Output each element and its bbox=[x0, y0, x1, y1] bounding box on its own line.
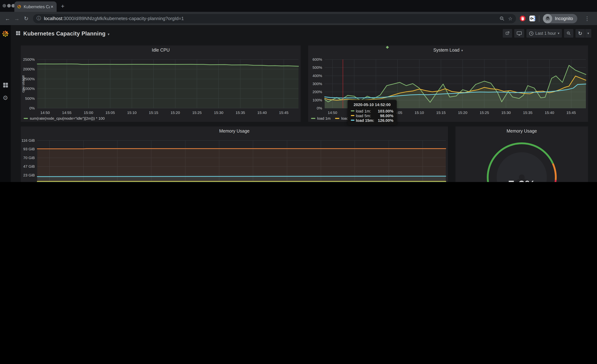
svg-text:15:20: 15:20 bbox=[458, 110, 467, 115]
panel-idle-cpu: Idle CPU 0%500%1000%1500%2000%2500%14:50… bbox=[21, 46, 301, 122]
browser-tab-strip: Kubernetes Capacity Planning × + bbox=[0, 0, 597, 12]
svg-text:15:05: 15:05 bbox=[106, 110, 115, 115]
panel-header[interactable]: Memory Usage bbox=[456, 126, 588, 136]
browser-tab[interactable]: Kubernetes Capacity Planning × bbox=[14, 1, 57, 12]
dashboard-area: Kubernetes Capacity Planning ▾ bbox=[11, 25, 597, 182]
svg-text:15:15: 15:15 bbox=[436, 110, 446, 115]
svg-text:14:50: 14:50 bbox=[328, 110, 337, 115]
dashboard-title[interactable]: Kubernetes Capacity Planning bbox=[23, 30, 106, 37]
panel-memory-usage-gauge: Memory Usage 5.6% bbox=[456, 126, 588, 182]
reload-icon[interactable]: ↻ bbox=[22, 14, 31, 23]
grafana-logo-icon[interactable] bbox=[0, 30, 11, 38]
tooltip-row: load 1m:103.00% bbox=[351, 108, 393, 113]
panel-header[interactable]: Memory Usage bbox=[21, 126, 448, 136]
svg-text:600%: 600% bbox=[313, 57, 322, 62]
memory-usage-chart[interactable]: 0 B23 GiB47 GiB70 GiB93 GiB116 GiB14:501… bbox=[21, 136, 448, 182]
tab-title: Kubernetes Capacity Planning bbox=[24, 4, 50, 9]
svg-text:15:00: 15:00 bbox=[84, 110, 93, 115]
svg-text:15:25: 15:25 bbox=[480, 110, 489, 115]
zoom-out-page-icon[interactable] bbox=[499, 16, 504, 21]
tv-cycle-view-button[interactable] bbox=[514, 29, 524, 38]
password-key-extension-icon[interactable] bbox=[529, 15, 535, 22]
svg-text:15:35: 15:35 bbox=[236, 110, 245, 115]
svg-text:200%: 200% bbox=[313, 90, 322, 94]
svg-text:15:45: 15:45 bbox=[279, 110, 289, 115]
tooltip-timestamp: 2020-05-10 14:52:00 bbox=[351, 102, 393, 107]
window-close-button[interactable] bbox=[2, 4, 6, 8]
screen: Kubernetes Capacity Planning × + ← → ↻ ⓘ… bbox=[0, 0, 597, 182]
new-tab-button[interactable]: + bbox=[59, 2, 67, 10]
tooltip-row: load 15m:126.00% bbox=[351, 118, 393, 123]
svg-text:2000%: 2000% bbox=[23, 67, 35, 71]
back-icon[interactable]: ← bbox=[3, 14, 12, 23]
grafana-sidebar: ⚙ ? bbox=[0, 25, 11, 182]
sidebar-settings-gear-icon[interactable]: ⚙ bbox=[0, 94, 11, 102]
panel-title-caret-icon: ▾ bbox=[461, 49, 463, 52]
profile-label: Incognito bbox=[555, 16, 573, 21]
memory-usage-gauge[interactable]: 5.6% bbox=[456, 136, 588, 182]
svg-text:15:40: 15:40 bbox=[257, 110, 267, 115]
incognito-avatar-icon bbox=[543, 14, 552, 23]
svg-text:15:20: 15:20 bbox=[171, 110, 180, 115]
svg-text:0%: 0% bbox=[317, 106, 322, 110]
browser-toolbar: ← → ↻ ⓘ localhost:3000/d/89NNlzgMk/kuber… bbox=[0, 12, 597, 25]
tooltip-row: load 5m:98.00% bbox=[351, 113, 393, 118]
zoom-out-time-button[interactable] bbox=[564, 29, 573, 38]
refresh-button[interactable]: ↻ bbox=[575, 29, 585, 38]
svg-text:15:40: 15:40 bbox=[545, 110, 554, 115]
time-range-label: Last 1 hour bbox=[535, 31, 556, 35]
legend-item[interactable]: sum(rate(node_cpu{mode="idle"}[2m])) * 1… bbox=[24, 116, 105, 120]
svg-text:2500%: 2500% bbox=[23, 57, 35, 62]
site-info-icon[interactable]: ⓘ bbox=[37, 15, 41, 22]
adblock-extension-icon[interactable] bbox=[520, 15, 526, 22]
svg-text:100%: 100% bbox=[313, 98, 322, 102]
dashboard-grid-icon[interactable] bbox=[16, 30, 20, 37]
svg-text:500%: 500% bbox=[313, 65, 322, 70]
svg-text:5.6%: 5.6% bbox=[508, 178, 536, 182]
panel-header[interactable]: System Load▾ bbox=[308, 46, 588, 55]
svg-text:15:15: 15:15 bbox=[149, 110, 158, 115]
browser-menu-icon[interactable]: ⋮ bbox=[584, 15, 590, 22]
svg-text:cpu usage: cpu usage bbox=[21, 75, 25, 93]
sidebar-dashboards-icon[interactable] bbox=[0, 82, 11, 88]
time-range-caret-icon: ▾ bbox=[558, 31, 559, 35]
svg-text:47 GiB: 47 GiB bbox=[23, 164, 35, 168]
panel-header[interactable]: Idle CPU bbox=[21, 46, 301, 55]
svg-text:15:10: 15:10 bbox=[127, 110, 137, 115]
svg-text:15:35: 15:35 bbox=[523, 110, 533, 115]
svg-text:0 B: 0 B bbox=[29, 182, 35, 182]
svg-text:23 GiB: 23 GiB bbox=[23, 173, 35, 177]
svg-text:500%: 500% bbox=[25, 96, 35, 101]
bookmark-star-icon[interactable]: ☆ bbox=[508, 15, 512, 21]
svg-text:15:25: 15:25 bbox=[192, 110, 202, 115]
share-dashboard-button[interactable] bbox=[503, 29, 512, 38]
refresh-interval-caret-icon[interactable]: ▾ bbox=[585, 29, 591, 38]
svg-text:93 GiB: 93 GiB bbox=[23, 147, 35, 151]
grafana-favicon-icon bbox=[17, 4, 22, 9]
idle-cpu-chart[interactable]: 0%500%1000%1500%2000%2500%14:5014:5515:0… bbox=[21, 55, 301, 122]
tab-close-icon[interactable]: × bbox=[50, 4, 54, 9]
svg-text:14:50: 14:50 bbox=[40, 110, 50, 115]
forward-icon[interactable]: → bbox=[12, 14, 22, 23]
svg-text:15:30: 15:30 bbox=[501, 110, 511, 115]
legend-item[interactable]: load 1m bbox=[311, 116, 330, 120]
svg-text:15:45: 15:45 bbox=[566, 110, 576, 115]
panel-memory-usage: Memory Usage 0 B23 GiB47 GiB70 GiB93 GiB… bbox=[21, 126, 448, 182]
dashboard-navbar: Kubernetes Capacity Planning ▾ bbox=[11, 25, 597, 42]
url-text[interactable]: localhost:3000/d/89NNlzgMk/kubernetes-ca… bbox=[44, 16, 496, 21]
window-minimize-button[interactable] bbox=[7, 4, 11, 8]
svg-text:15:10: 15:10 bbox=[415, 110, 424, 115]
address-bar[interactable]: ⓘ localhost:3000/d/89NNlzgMk/kubernetes-… bbox=[33, 14, 516, 23]
graph-tooltip: 2020-05-10 14:52:00 load 1m:103.00% load… bbox=[348, 100, 397, 125]
svg-text:0%: 0% bbox=[29, 106, 35, 110]
svg-text:116 GiB: 116 GiB bbox=[22, 138, 35, 142]
dashboard-title-caret-icon[interactable]: ▾ bbox=[108, 32, 110, 36]
svg-text:15:30: 15:30 bbox=[214, 110, 223, 115]
svg-text:400%: 400% bbox=[313, 74, 322, 78]
svg-text:300%: 300% bbox=[313, 82, 322, 86]
incognito-profile-chip[interactable]: Incognito bbox=[543, 14, 577, 23]
clock-icon bbox=[529, 31, 534, 36]
time-range-picker[interactable]: Last 1 hour ▾ bbox=[526, 29, 562, 38]
toolbar-divider bbox=[539, 15, 540, 22]
svg-text:70 GiB: 70 GiB bbox=[23, 156, 35, 160]
